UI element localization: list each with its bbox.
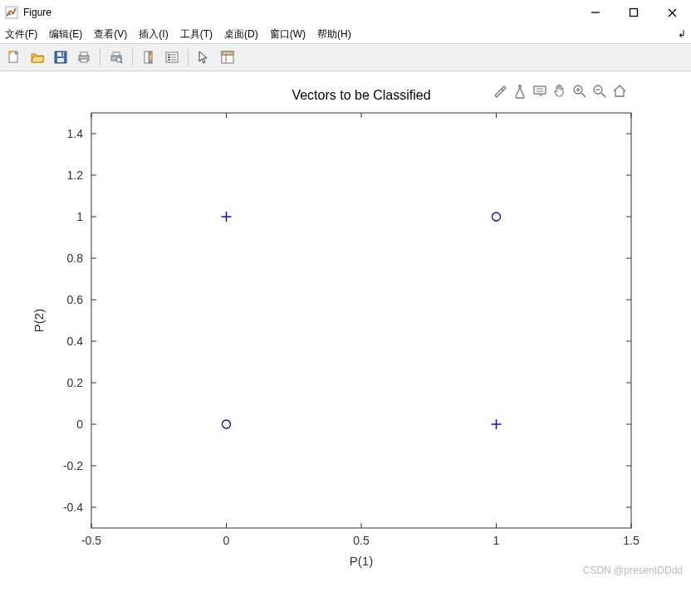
matlab-figure-icon: [5, 6, 18, 19]
svg-rect-22: [168, 54, 170, 56]
insert-colorbar-button[interactable]: [140, 48, 158, 66]
print-button[interactable]: [75, 48, 93, 66]
svg-rect-24: [168, 59, 170, 61]
svg-rect-14: [81, 59, 87, 62]
svg-rect-10: [57, 58, 64, 62]
edit-plot-pointer-button[interactable]: [195, 48, 213, 66]
datatip-icon[interactable]: [532, 83, 548, 102]
menu-desktop[interactable]: 桌面(D): [224, 27, 258, 42]
insert-legend-button[interactable]: [163, 48, 181, 66]
maximize-button[interactable]: [615, 0, 653, 25]
title-bar: Figure: [0, 0, 691, 25]
property-inspector-button[interactable]: [218, 48, 237, 66]
close-button[interactable]: [653, 0, 691, 25]
svg-rect-11: [61, 53, 63, 56]
ytick-label: 0.4: [67, 335, 84, 348]
svg-point-7: [8, 51, 12, 54]
menu-edit[interactable]: 编辑(E): [49, 27, 82, 42]
ytick-label: -0.2: [63, 459, 83, 472]
ytick-label: 0.8: [67, 252, 84, 265]
chart-title: Vectors to be Classified: [292, 88, 430, 102]
pan-icon[interactable]: [551, 83, 568, 102]
home-icon[interactable]: [611, 83, 628, 102]
svg-line-70: [601, 93, 605, 97]
svg-rect-13: [81, 52, 87, 56]
window-title: Figure: [23, 7, 51, 18]
axes-toolbar: [492, 83, 628, 102]
ytick-label: 0.6: [67, 293, 84, 306]
brush-icon[interactable]: [492, 83, 508, 102]
zoom-in-icon[interactable]: [571, 83, 588, 102]
ytick-label: 1.2: [67, 169, 84, 182]
xlabel: P(1): [350, 554, 373, 568]
ytick-label: -0.4: [63, 501, 83, 514]
svg-rect-16: [113, 52, 120, 56]
toolbar-separator: [100, 49, 100, 66]
ytick-label: 0: [76, 418, 83, 431]
new-file-button[interactable]: [5, 48, 23, 66]
ytick-label: 1.4: [67, 127, 84, 140]
xtick-label: 1: [493, 534, 500, 547]
svg-rect-31: [222, 51, 233, 55]
flask-icon[interactable]: [512, 83, 528, 102]
svg-rect-2: [630, 9, 638, 17]
menu-view[interactable]: 查看(V): [94, 27, 127, 42]
axes[interactable]: -0.500.511.5-0.4-0.200.20.40.60.811.21.4…: [0, 71, 691, 579]
toolbar: [0, 43, 691, 71]
svg-rect-23: [168, 56, 170, 58]
xtick-label: 1.5: [623, 534, 640, 547]
menu-tools[interactable]: 工具(T): [180, 27, 213, 42]
svg-rect-20: [149, 51, 152, 63]
axes-box: [91, 113, 631, 528]
svg-line-66: [581, 93, 586, 97]
svg-rect-19: [145, 51, 149, 63]
svg-line-18: [120, 61, 122, 63]
svg-rect-62: [534, 86, 546, 94]
toolbar-separator: [188, 49, 189, 66]
ytick-label: 0.2: [67, 376, 84, 389]
save-button[interactable]: [51, 48, 70, 66]
menu-file[interactable]: 文件(F): [5, 27, 37, 42]
watermark-text: CSDN @presentDDdd: [583, 565, 683, 576]
xtick-label: 0: [223, 534, 230, 547]
zoom-out-icon[interactable]: [591, 83, 608, 102]
menu-insert[interactable]: 插入(I): [139, 27, 168, 42]
ytick-label: 1: [76, 210, 83, 223]
minimize-button[interactable]: [576, 0, 615, 25]
menu-help[interactable]: 帮助(H): [317, 27, 351, 42]
xtick-label: -0.5: [81, 534, 101, 547]
menu-bar: 文件(F) 编辑(E) 查看(V) 插入(I) 工具(T) 桌面(D) 窗口(W…: [0, 25, 691, 43]
open-button[interactable]: [28, 48, 47, 66]
menu-window[interactable]: 窗口(W): [270, 27, 306, 42]
toolbar-separator: [132, 49, 133, 66]
print-preview-button[interactable]: [107, 48, 125, 66]
menu-overflow-icon[interactable]: ↲: [678, 28, 686, 40]
plot-area: -0.500.511.5-0.4-0.200.20.40.60.811.21.4…: [0, 71, 691, 579]
xtick-label: 0.5: [353, 534, 370, 547]
ylabel: P(2): [32, 309, 46, 332]
